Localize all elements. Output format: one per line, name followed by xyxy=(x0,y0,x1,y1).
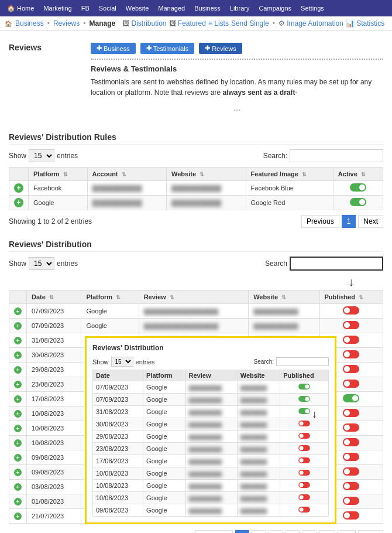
dist-prev-btn[interactable]: Previous xyxy=(195,530,233,533)
add-icon[interactable]: + xyxy=(14,183,23,193)
nav-home[interactable]: 🏠 Home xyxy=(2,0,39,16)
add-icon-dist[interactable]: + xyxy=(14,483,22,491)
dist-page-5[interactable]: 5 xyxy=(302,530,317,533)
modal-col-review: Review xyxy=(185,370,237,381)
modal-toggle[interactable] xyxy=(298,507,310,512)
modal-date: 29/08/2023 xyxy=(93,430,143,443)
modal-toggle[interactable] xyxy=(298,384,310,390)
date-cell: 30/08/2023 xyxy=(27,348,81,363)
add-icon-dist[interactable]: + xyxy=(14,454,22,462)
modal-show-label: Show xyxy=(92,358,109,365)
toggle-published[interactable] xyxy=(343,497,359,505)
nav-marketing[interactable]: Marketing xyxy=(39,0,76,16)
nav-business[interactable]: Business xyxy=(190,0,225,16)
subnav-distribution[interactable]: 🖼 Distribution xyxy=(122,19,166,28)
rules-page-1[interactable]: 1 xyxy=(342,215,356,228)
nav-library[interactable]: Library xyxy=(225,0,255,16)
add-icon-dist[interactable]: + xyxy=(14,308,22,315)
add-icon-dist[interactable]: + xyxy=(14,512,22,520)
modal-platform: Google xyxy=(143,492,185,504)
toggle-published[interactable] xyxy=(343,380,359,388)
subnav-statistics[interactable]: 📊 Statistics xyxy=(346,19,384,28)
modal-table-row: 10/08/2023 Google ██████████ ████████ xyxy=(93,467,329,480)
rules-prev-btn[interactable]: Previous xyxy=(301,215,339,228)
dist-page-3[interactable]: 3 xyxy=(269,530,283,533)
entries-select-dist[interactable]: 15 25 50 xyxy=(29,257,54,270)
nav-managed[interactable]: Managed xyxy=(153,0,190,16)
modal-toggle[interactable] xyxy=(298,445,310,451)
dist-page-22[interactable]: 22 xyxy=(338,530,356,533)
toggle-on[interactable] xyxy=(350,183,366,192)
toggle-published[interactable] xyxy=(343,438,359,446)
nav-settings[interactable]: Settings xyxy=(296,0,329,16)
toggle-published[interactable] xyxy=(343,423,359,432)
dist-page-4[interactable]: 4 xyxy=(286,530,300,533)
add-icon-dist[interactable]: + xyxy=(14,366,22,374)
tab-business[interactable]: ✚ Business xyxy=(91,43,136,54)
modal-toggle[interactable] xyxy=(298,470,310,476)
add-icon-dist[interactable]: + xyxy=(14,439,22,447)
search-input-rules[interactable] xyxy=(290,149,383,162)
modal-toggle[interactable] xyxy=(298,457,310,463)
nav-fb[interactable]: FB xyxy=(77,0,94,16)
rules-next-btn[interactable]: Next xyxy=(358,215,383,228)
add-icon-dist[interactable]: + xyxy=(14,498,22,505)
nav-campaigns[interactable]: Campaigns xyxy=(254,0,296,16)
nav-website[interactable]: Website xyxy=(121,0,154,16)
modal-website: ████████ xyxy=(237,381,280,394)
nav-social[interactable]: Social xyxy=(94,0,121,16)
toggle-published[interactable] xyxy=(343,467,359,476)
modal-toggle[interactable] xyxy=(298,408,310,414)
dist-page-2[interactable]: 2 xyxy=(252,530,266,533)
toggle-published[interactable] xyxy=(343,350,359,358)
modal-platform: Google xyxy=(143,455,185,467)
toggle-published[interactable] xyxy=(343,482,359,490)
add-icon-dist[interactable]: + xyxy=(14,395,22,403)
add-icon[interactable]: + xyxy=(14,198,23,207)
add-cell-dist: + xyxy=(9,319,27,333)
toggle-published[interactable] xyxy=(343,394,359,402)
modal-search-input[interactable] xyxy=(276,357,329,366)
breadcrumb-business[interactable]: Business xyxy=(15,19,44,28)
modal-toggle[interactable] xyxy=(298,494,310,500)
add-icon-dist[interactable]: + xyxy=(14,410,22,418)
modal-review: ██████████ xyxy=(185,492,237,504)
search-input-dist[interactable] xyxy=(290,257,383,271)
modal-date: 30/08/2023 xyxy=(93,418,143,430)
add-icon-dist[interactable]: + xyxy=(14,425,22,432)
modal-date: 10/08/2023 xyxy=(93,492,143,504)
add-icon-dist[interactable]: + xyxy=(14,469,22,476)
add-icon-dist[interactable]: + xyxy=(14,381,22,388)
subnav-image-automation[interactable]: ⚙ Image Automation xyxy=(278,19,343,28)
modal-toggle[interactable] xyxy=(298,433,310,439)
toggle-published[interactable] xyxy=(343,409,359,417)
toggle-published[interactable] xyxy=(343,453,359,461)
toggle-published[interactable] xyxy=(343,321,359,329)
dist-page-1[interactable]: 1 xyxy=(235,530,250,533)
modal-entries-select[interactable]: 15 xyxy=(111,357,133,367)
entries-label-rules: entries xyxy=(57,152,78,160)
modal-platform: Google xyxy=(143,443,185,455)
breadcrumb-reviews[interactable]: Reviews xyxy=(53,19,80,28)
toggle-published[interactable] xyxy=(343,336,359,344)
toggle-published[interactable] xyxy=(343,306,359,315)
modal-toggle[interactable] xyxy=(298,421,310,426)
add-icon-dist[interactable]: + xyxy=(14,322,22,330)
modal-table-row: 29/08/2023 Google ██████████ ████████ xyxy=(93,430,329,443)
dist-next-btn[interactable]: Next xyxy=(358,530,383,533)
modal-toggle[interactable] xyxy=(298,396,310,402)
subnav-lists[interactable]: ≡ Lists xyxy=(208,19,229,28)
add-icon-dist[interactable]: + xyxy=(14,337,22,344)
toggle-published[interactable] xyxy=(343,365,359,373)
toggle-on[interactable] xyxy=(350,198,366,206)
subnav-send-single[interactable]: Send Single xyxy=(231,19,269,28)
toggle-published[interactable] xyxy=(343,511,359,520)
main-content: Reviews ✚ Business ✚ Testimonials ✚ Revi… xyxy=(0,31,392,533)
entries-select-rules[interactable]: 15 25 50 xyxy=(29,149,54,162)
subnav-featured[interactable]: 🖼 Featured xyxy=(169,19,206,28)
tab-reviews[interactable]: ✚ Reviews xyxy=(199,43,242,54)
add-icon-dist[interactable]: + xyxy=(14,351,22,359)
modal-toggle[interactable] xyxy=(298,482,310,488)
tab-testimonials[interactable]: ✚ Testimonials xyxy=(140,43,195,54)
show-entries-dist: Show 15 25 50 entries xyxy=(9,257,78,270)
